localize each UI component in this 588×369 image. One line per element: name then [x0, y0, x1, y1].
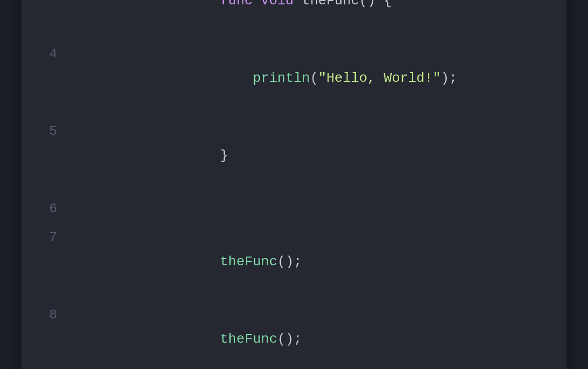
function-call: theFunc	[220, 332, 277, 347]
code-editor: 1 func void funcWithinFunc() { 2 // Only…	[21, 0, 567, 369]
function-call: theFunc	[220, 254, 277, 269]
code-line: theFunc();	[73, 223, 564, 301]
paren-call: ()	[277, 254, 294, 269]
line-number: 7	[41, 223, 73, 301]
line-number: 4	[41, 40, 73, 117]
line-number: 5	[41, 117, 73, 195]
space	[294, 0, 302, 8]
table-row: 8 theFunc();	[41, 301, 564, 369]
keyword-func: func	[220, 0, 253, 8]
line-number: 6	[41, 195, 73, 223]
table-row: 6	[41, 195, 564, 223]
code-line: theFunc();	[73, 301, 564, 369]
table-row: 3 func void theFunc() {	[41, 0, 564, 40]
indent	[155, 332, 220, 347]
semicolon: ;	[294, 332, 302, 347]
line-number: 8	[41, 301, 73, 369]
string-literal: "Hello, World!"	[318, 71, 441, 86]
paren: )	[441, 71, 449, 86]
function-name: theFunc	[302, 0, 359, 8]
code-line: }	[73, 117, 564, 195]
function-call: println	[253, 71, 310, 86]
table-row: 4 println("Hello, World!");	[41, 40, 564, 117]
semicolon: ;	[294, 254, 302, 269]
table-row: 7 theFunc();	[41, 223, 564, 301]
code-line: func void theFunc() {	[73, 0, 564, 40]
code-line	[73, 195, 564, 223]
space	[253, 0, 261, 8]
paren-call: ()	[277, 332, 294, 347]
indent	[155, 71, 253, 86]
paren: (	[310, 71, 318, 86]
line-number: 3	[41, 0, 73, 40]
keyword-void: void	[261, 0, 294, 8]
code-line: println("Hello, World!");	[73, 40, 564, 117]
indent	[155, 254, 220, 269]
table-row: 5 }	[41, 117, 564, 195]
semicolon: ;	[449, 71, 458, 86]
paren: () {	[359, 0, 392, 8]
code-table: 1 func void funcWithinFunc() { 2 // Only…	[41, 0, 564, 369]
brace: }	[155, 148, 228, 163]
indent	[155, 0, 220, 8]
